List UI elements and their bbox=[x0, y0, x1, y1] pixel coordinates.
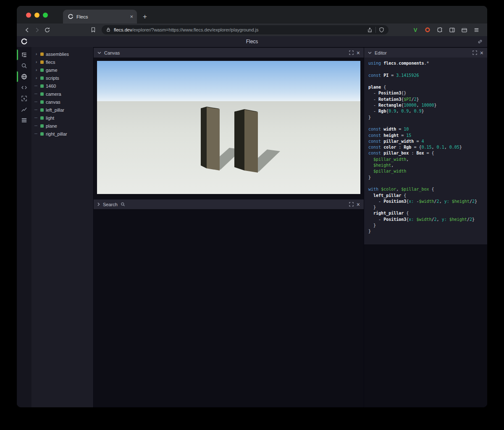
expand-caret-icon[interactable]: › bbox=[34, 68, 38, 72]
tree-item-left_pillar[interactable]: left_pillar bbox=[32, 106, 93, 114]
tree-item-label: game bbox=[46, 68, 58, 73]
chevron-right-icon[interactable] bbox=[97, 202, 100, 206]
extension-ring-icon[interactable] bbox=[423, 26, 432, 34]
entity-color-square bbox=[40, 60, 44, 64]
brave-shield-icon[interactable] bbox=[379, 27, 384, 33]
url-divider bbox=[375, 27, 376, 33]
canvas-panel-body bbox=[94, 58, 364, 194]
leaf-dash-icon bbox=[34, 118, 38, 118]
chevron-down-icon[interactable] bbox=[97, 52, 101, 54]
tree-item-1460[interactable]: 1460 bbox=[32, 82, 93, 90]
tree-item-assemblies[interactable]: ›assemblies bbox=[32, 50, 93, 58]
code-line: const PI = 3.1415926 bbox=[368, 73, 483, 79]
editor-code[interactable]: using flecs.components.* const PI = 3.14… bbox=[364, 58, 487, 238]
leaf-dash-icon bbox=[34, 134, 38, 134]
tool-world-icon[interactable] bbox=[17, 73, 32, 80]
tree-item-game[interactable]: ›game bbox=[32, 66, 93, 74]
tree-item-right_pillar[interactable]: right_pillar bbox=[32, 130, 93, 138]
back-icon[interactable] bbox=[22, 25, 32, 34]
code-line: const pillar_box : Box = { bbox=[368, 150, 483, 156]
forward-icon[interactable] bbox=[32, 25, 42, 34]
tab-title: Flecs bbox=[76, 14, 127, 19]
search-panel-body bbox=[94, 209, 364, 407]
menu-icon[interactable] bbox=[472, 26, 480, 34]
minimize-window-button[interactable] bbox=[34, 13, 39, 18]
extensions-puzzle-icon[interactable] bbox=[436, 26, 444, 34]
bookmark-icon[interactable] bbox=[88, 25, 98, 34]
editor-column: Editor × using flecs.components.* const … bbox=[364, 47, 487, 407]
tool-strip bbox=[17, 47, 32, 407]
share-icon[interactable] bbox=[367, 27, 373, 33]
sidebar-toggle-icon[interactable] bbox=[448, 26, 456, 34]
leaf-dash-icon bbox=[34, 110, 38, 110]
tool-stats-icon[interactable] bbox=[17, 106, 32, 113]
tree-item-plane[interactable]: plane bbox=[32, 122, 93, 130]
browser-tab[interactable]: Flecs × bbox=[63, 10, 137, 24]
extension-v-icon[interactable]: V bbox=[411, 26, 420, 34]
reload-icon[interactable] bbox=[42, 25, 52, 34]
entity-color-square bbox=[40, 52, 44, 56]
url-path: /explorer/?wasm=https://www.flecs.dev/ex… bbox=[132, 27, 258, 32]
tree-item-camera[interactable]: camera bbox=[32, 90, 93, 98]
zoom-window-button[interactable] bbox=[43, 13, 48, 18]
share-link-icon[interactable] bbox=[477, 39, 483, 45]
wallet-icon[interactable] bbox=[460, 26, 468, 34]
tool-entity-tree-icon[interactable] bbox=[17, 51, 32, 58]
entity-color-square bbox=[40, 76, 44, 80]
code-line: left_pillar { bbox=[368, 193, 483, 199]
code-line: - Rectangle{10000, 10000} bbox=[368, 102, 483, 108]
expand-caret-icon[interactable]: › bbox=[34, 52, 38, 56]
expand-caret-icon[interactable]: › bbox=[34, 76, 38, 80]
tool-inspector-icon[interactable] bbox=[17, 95, 32, 102]
extensions-cluster: V bbox=[411, 26, 480, 34]
browser-window: Flecs × + flecs.dev/explorer/?wasm=https… bbox=[17, 6, 487, 407]
expand-icon[interactable] bbox=[472, 50, 477, 55]
code-line: } bbox=[368, 115, 483, 121]
tree-item-label: flecs bbox=[46, 60, 55, 65]
tree-item-label: canvas bbox=[46, 100, 60, 105]
tree-item-scripts[interactable]: ›scripts bbox=[32, 74, 93, 82]
chevron-down-icon[interactable] bbox=[368, 52, 372, 54]
tool-code-icon[interactable] bbox=[17, 84, 32, 91]
tab-close-icon[interactable]: × bbox=[130, 14, 133, 19]
leaf-dash-icon bbox=[34, 94, 38, 94]
tree-item-label: camera bbox=[46, 92, 61, 97]
code-line: - Position3{} bbox=[368, 90, 483, 96]
close-icon[interactable]: × bbox=[357, 50, 360, 56]
leaf-dash-icon bbox=[34, 102, 38, 102]
code-line: const height = 15 bbox=[368, 133, 483, 139]
tool-tables-icon[interactable] bbox=[17, 117, 32, 124]
code-line: $pillar_width, bbox=[368, 157, 483, 163]
code-line bbox=[368, 66, 483, 72]
canvas-3d-view[interactable] bbox=[97, 61, 360, 194]
expand-icon[interactable] bbox=[349, 50, 354, 55]
code-line: with $color, $pillar_box { bbox=[368, 186, 483, 192]
close-icon[interactable]: × bbox=[480, 50, 483, 56]
editor-panel-title: Editor bbox=[375, 50, 387, 55]
right-pillar-side bbox=[234, 110, 244, 170]
code-line: - Position3{x: -$width/2, y: $height/2} bbox=[368, 199, 483, 205]
close-window-button[interactable] bbox=[26, 13, 31, 18]
entity-color-square bbox=[40, 92, 44, 96]
entity-color-square bbox=[40, 124, 44, 128]
tree-item-label: right_pillar bbox=[46, 131, 67, 136]
tree-item-flecs[interactable]: ›flecs bbox=[32, 58, 93, 66]
code-line: } bbox=[368, 175, 483, 181]
entity-color-square bbox=[40, 68, 44, 72]
expand-caret-icon[interactable]: › bbox=[34, 60, 38, 64]
url-bar[interactable]: flecs.dev/explorer/?wasm=https://www.fle… bbox=[102, 25, 388, 34]
new-tab-button[interactable]: + bbox=[143, 13, 147, 20]
tool-search-icon[interactable] bbox=[17, 62, 32, 69]
flecs-logo-icon[interactable] bbox=[21, 38, 28, 45]
canvas-panel-title: Canvas bbox=[104, 50, 120, 55]
code-line: using flecs.components.* bbox=[368, 60, 483, 66]
expand-icon[interactable] bbox=[349, 202, 354, 207]
code-line: } bbox=[368, 205, 483, 210]
tree-item-light[interactable]: light bbox=[32, 114, 93, 122]
tree-item-canvas[interactable]: canvas bbox=[32, 98, 93, 106]
canvas-panel-header: Canvas × bbox=[94, 48, 364, 58]
tree-item-label: scripts bbox=[46, 76, 59, 81]
code-line: const pillar_width = 4 bbox=[368, 139, 483, 144]
url-host: flecs.dev bbox=[114, 27, 132, 32]
close-icon[interactable]: × bbox=[357, 202, 360, 207]
